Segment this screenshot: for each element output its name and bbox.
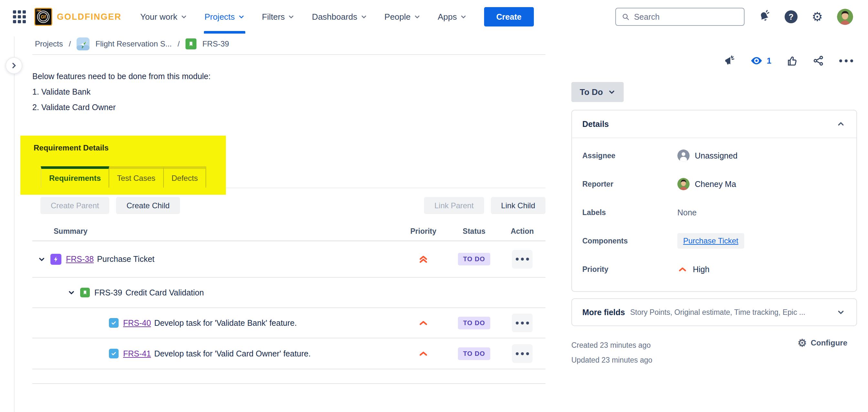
issue-summary-text: Credit Card Validation: [125, 288, 204, 297]
avatar-photo: [837, 9, 853, 25]
priority-highest-icon: [418, 254, 429, 265]
link-child-button[interactable]: Link Child: [491, 197, 546, 214]
create-parent-button[interactable]: Create Parent: [40, 197, 109, 214]
status-cell: TO DO: [449, 317, 499, 329]
details-panel: Details Assignee Unassigned Reporter: [571, 110, 857, 292]
task-type-icon: [109, 349, 119, 358]
priority-value[interactable]: High: [677, 264, 709, 274]
breadcrumb-project-link[interactable]: Flight Reservation S...: [95, 39, 172, 48]
column-header-summary: Summary: [32, 227, 398, 236]
feedback-megaphone-icon[interactable]: [723, 55, 735, 67]
column-header-priority: Priority: [398, 227, 449, 236]
notifications-bell-icon[interactable]: [756, 9, 772, 25]
nav-item-label: People: [384, 12, 411, 22]
link-button-group: Link Parent Link Child: [424, 197, 546, 214]
meta-timestamps: Created 23 minutes ago Updated 23 minute…: [571, 338, 652, 368]
table-row: FRS-38 Purchase Ticket TO DO: [32, 241, 546, 278]
app-switcher-icon[interactable]: [13, 10, 26, 23]
components-value: Purchase Ticket: [677, 233, 744, 249]
priority-cell: [398, 348, 449, 359]
search-icon: [622, 12, 629, 21]
configure-gear-icon: ⚙: [798, 338, 807, 348]
column-header-status: Status: [449, 227, 499, 236]
row-actions-button[interactable]: [512, 344, 533, 363]
details-title: Details: [582, 119, 609, 129]
chevron-down-icon: [414, 13, 421, 20]
brand-name: GOLDFINGER: [57, 12, 122, 22]
collapse-row-icon[interactable]: [68, 289, 75, 296]
details-fields: Assignee Unassigned Reporter Cheney Ma: [572, 138, 856, 291]
description-item-1: 1. Validate Bank: [32, 84, 546, 99]
priority-cell: [398, 254, 449, 265]
more-actions-icon[interactable]: [839, 60, 853, 62]
breadcrumb-issue-link[interactable]: FRS-39: [202, 39, 229, 48]
nav-item-filters[interactable]: Filters: [261, 0, 296, 34]
details-panel-header[interactable]: Details: [572, 110, 856, 138]
field-priority: Priority High: [572, 255, 856, 283]
watch-count: 1: [767, 56, 771, 66]
collapse-row-icon[interactable]: [38, 256, 45, 263]
status-badge: TO DO: [458, 253, 490, 266]
issue-key-link[interactable]: FRS-41: [123, 349, 151, 358]
nav-item-your-work[interactable]: Your work: [140, 0, 188, 34]
issue-key-link[interactable]: FRS-40: [123, 318, 151, 328]
row-actions-button[interactable]: [512, 250, 533, 269]
issue-summary-text: Develop task for 'Validate Bank' feature…: [154, 318, 297, 328]
labels-value[interactable]: None: [677, 208, 697, 217]
nav-item-dashboards[interactable]: Dashboards: [311, 0, 367, 34]
nav-item-label: Dashboards: [312, 12, 357, 22]
field-label: Priority: [572, 265, 677, 274]
vote-thumbs-up-icon[interactable]: [786, 55, 798, 67]
component-link[interactable]: Purchase Ticket: [677, 233, 744, 249]
link-parent-button[interactable]: Link Parent: [424, 197, 484, 214]
issue-key-link[interactable]: FRS-38: [66, 254, 94, 264]
priority-high-icon: [418, 348, 429, 359]
requirements-toolbar: Create Parent Create Child Link Parent L…: [32, 197, 546, 214]
row-actions-button[interactable]: [512, 313, 533, 332]
chevron-down-icon: [608, 89, 615, 96]
jira-issue-page: 79F Gf GOLDFINGER Your work Projects Fil…: [0, 0, 868, 412]
field-labels: Labels None: [572, 198, 856, 227]
status-dropdown-label: To Do: [580, 87, 603, 97]
issue-key-text: FRS-39: [94, 288, 122, 297]
task-type-icon: [109, 318, 119, 328]
chevron-down-icon: [837, 308, 845, 316]
table-row: FRS-40 Develop task for 'Validate Bank' …: [32, 308, 546, 338]
share-icon[interactable]: [813, 55, 825, 67]
chevron-down-icon: [238, 13, 245, 20]
chevron-down-icon: [288, 13, 294, 20]
priority-high-icon: [418, 317, 429, 329]
assignee-value[interactable]: Unassigned: [677, 149, 738, 162]
breadcrumb-projects-link[interactable]: Projects: [35, 39, 63, 48]
configure-button[interactable]: ⚙ Configure: [798, 338, 847, 348]
site-logo[interactable]: 79F Gf GOLDFINGER: [34, 8, 122, 26]
tab-defects[interactable]: Defects: [164, 166, 206, 187]
expand-sidebar-button[interactable]: [5, 57, 22, 74]
nav-item-label: Projects: [205, 12, 235, 22]
search-input[interactable]: [634, 12, 738, 22]
sidebar-divider: [14, 36, 14, 412]
more-fields-panel[interactable]: More fields Story Points, Original estim…: [571, 298, 857, 326]
description-item-2: 2. Validate Card Owner: [32, 99, 546, 115]
requirements-table-header: Summary Priority Status Action: [32, 222, 546, 241]
nav-item-projects[interactable]: Projects: [204, 0, 245, 34]
help-icon[interactable]: ?: [785, 10, 798, 23]
nav-item-apps[interactable]: Apps: [437, 0, 467, 34]
tab-requirements[interactable]: Requirements: [41, 166, 109, 187]
requirement-details-highlight: Requirement Details Requirements Test Ca…: [20, 136, 226, 195]
watchers-toggle[interactable]: 1: [750, 54, 771, 67]
reporter-value[interactable]: Cheney Ma: [677, 178, 736, 190]
create-child-button[interactable]: Create Child: [116, 197, 180, 214]
status-badge: TO DO: [458, 317, 490, 329]
status-dropdown-button[interactable]: To Do: [571, 82, 624, 102]
nav-item-people[interactable]: People: [384, 0, 421, 34]
action-cell: [499, 250, 546, 269]
chevron-down-icon: [460, 13, 467, 20]
tab-test-cases[interactable]: Test Cases: [109, 166, 164, 187]
field-reporter: Reporter Cheney Ma: [572, 170, 856, 198]
global-search[interactable]: [615, 8, 745, 26]
settings-gear-icon[interactable]: ⚙: [812, 11, 823, 23]
reporter-avatar: [677, 178, 690, 190]
user-avatar[interactable]: [837, 9, 853, 25]
create-button[interactable]: Create: [484, 7, 534, 27]
